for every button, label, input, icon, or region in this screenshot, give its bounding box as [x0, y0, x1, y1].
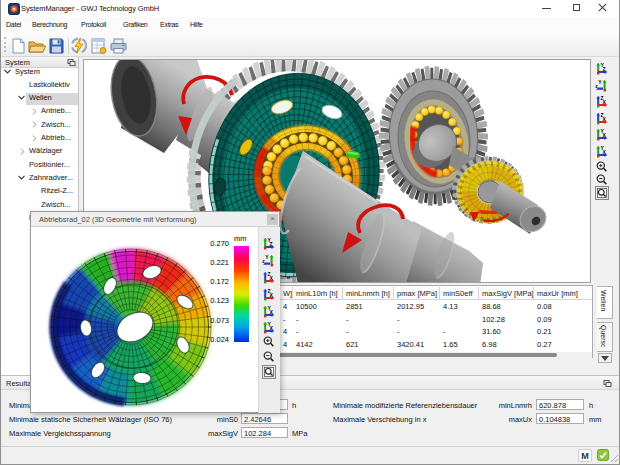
- svg-text:X: X: [603, 99, 607, 105]
- svg-text:X: X: [270, 325, 274, 331]
- svg-text:X: X: [270, 292, 274, 298]
- svg-text:Y: Y: [598, 79, 602, 85]
- svg-text:Z: Z: [270, 241, 273, 247]
- svg-text:X: X: [270, 275, 274, 281]
- svg-text:Y: Y: [265, 254, 269, 260]
- svg-text:X: X: [603, 148, 607, 154]
- svg-text:X: X: [603, 115, 607, 121]
- svg-text:Z: Z: [603, 66, 606, 72]
- svg-text:X: X: [270, 309, 274, 315]
- svg-text:X: X: [603, 132, 607, 138]
